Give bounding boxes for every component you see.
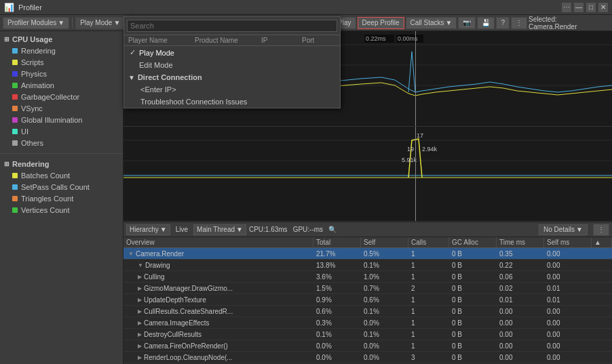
collapse-icon: ▼	[128, 74, 135, 81]
enter-ip-item[interactable]: <Enter IP>	[124, 83, 340, 96]
troubleshoot-item[interactable]: Troubleshoot Connection Issues	[124, 96, 340, 108]
play-mode-dropdown: Player Name Product Name IP Port ✓ Play …	[123, 16, 341, 108]
direct-connection-header: ▼ Direct Connection	[124, 71, 340, 83]
checkmark-icon: ✓	[130, 48, 139, 57]
dropdown-search-input[interactable]	[127, 20, 337, 32]
play-mode-item[interactable]: ✓ Play Mode	[124, 46, 340, 59]
dropdown-search-container	[124, 17, 340, 35]
edit-mode-item[interactable]: Edit Mode	[124, 59, 340, 71]
dropdown-table-header: Player Name Product Name IP Port	[124, 35, 340, 46]
dropdown-overlay: Player Name Product Name IP Port ✓ Play …	[0, 0, 612, 364]
